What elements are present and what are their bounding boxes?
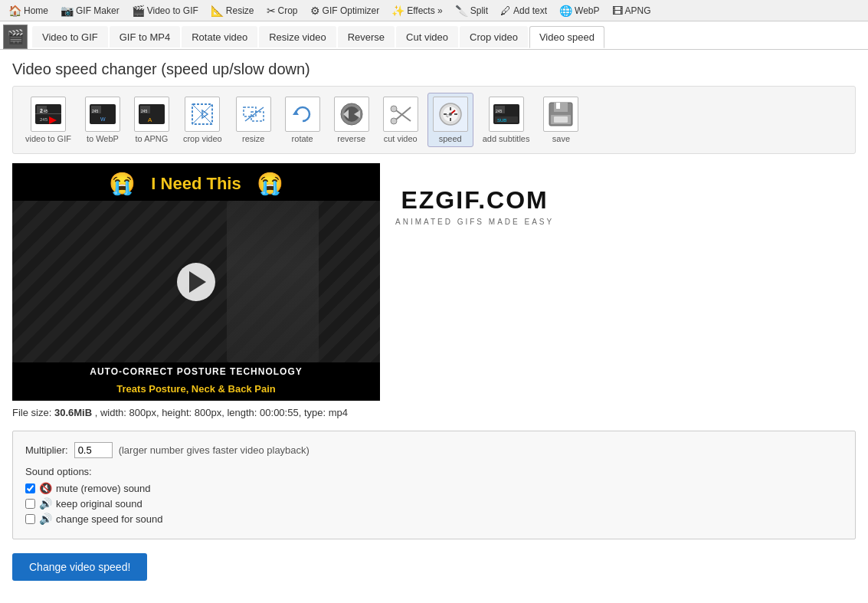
multiplier-hint: (larger number gives faster video playba… [119,444,310,456]
svg-marker-22 [293,110,299,115]
clapperboard-icon: 🎬 [3,25,28,49]
tool-label-reverse: reverse [337,134,365,143]
tool-rotate[interactable]: rotate [280,93,325,146]
tab-crop-video[interactable]: Crop video [460,26,528,48]
video-preview: 😭 I Need This 😭 AUTO-CORRECT POSTUR [12,163,380,401]
emoji-left: 😭 [109,171,136,196]
resize-icon: 📐 [211,5,224,17]
tool-icons-row: 245245 video to GIF 245W to WebP 245A to… [12,86,856,154]
svg-text:2: 2 [40,108,43,113]
video-preview-container: 😭 I Need This 😭 AUTO-CORRECT POSTUR [12,163,380,401]
svg-line-29 [396,107,411,120]
nav-gif-maker[interactable]: 📷 GIF Maker [55,3,125,18]
tool-label-cut-video: cut video [384,134,418,143]
multiplier-row: Multiplier: (larger number gives faster … [25,442,843,458]
tool-label-speed: speed [439,134,462,143]
keep-label[interactable]: keep original sound [56,498,142,510]
tool-label-resize: resize [242,134,264,143]
gif-optimizer-icon: ⚙ [310,5,320,17]
apng-icon: 🎞 [612,5,623,17]
submit-button[interactable]: Change video speed! [12,553,147,581]
tool-save[interactable]: save [539,93,583,146]
tool-label-save: save [552,134,570,143]
play-button[interactable] [177,263,215,301]
svg-text:W: W [100,116,106,122]
nav-apng[interactable]: 🎞 APNG [607,3,657,18]
sub-tabs-bar: 🎬 Video to GIF GIF to MP4 Rotate video R… [0,21,868,50]
keep-original-checkbox[interactable] [25,499,35,509]
tool-resize[interactable]: resize [231,93,276,146]
tool-label-to-webp: to WebP [87,134,119,143]
video-subtitle: Treats Posture, Neck & Back Pain [12,380,380,401]
multiplier-label: Multiplier: [25,444,68,456]
top-navigation: 🏠 Home 📷 GIF Maker 🎬 Video to GIF 📐 Resi… [0,0,868,21]
add-text-icon: 🖊 [500,5,511,17]
sound-option-keep: 🔊 keep original sound [25,497,843,510]
webp-icon: 🌐 [559,5,572,17]
effects-icon: ✨ [391,5,405,17]
multiplier-input[interactable] [74,442,113,458]
video-bottom-caption: AUTO-CORRECT POSTURE TECHNOLOGY [12,362,380,380]
page-title: Video speed changer (speed up/slow down) [0,50,868,86]
svg-line-21 [245,107,264,121]
nav-split[interactable]: 🔪 Split [450,3,493,18]
svg-text:45: 45 [44,109,48,113]
gif-maker-icon: 📷 [61,5,74,17]
logo-subtitle: ANIMATED GIFS MADE EASY [395,218,554,226]
tool-label-video-to-gif: video to GIF [25,134,71,143]
tool-label-crop-video: crop video [183,134,222,143]
tab-rotate-video[interactable]: Rotate video [182,26,257,48]
nav-home[interactable]: 🏠 Home [3,3,54,18]
tool-video-to-gif[interactable]: 245245 video to GIF [21,93,76,146]
tool-cut-video[interactable]: cut video [378,93,423,146]
tool-add-subtitles[interactable]: 245SUB add subtitles [478,93,535,146]
svg-text:A: A [148,116,152,123]
tab-reverse[interactable]: Reverse [338,26,395,48]
svg-line-30 [396,110,411,121]
svg-text:245: 245 [92,109,99,113]
nav-add-text[interactable]: 🖊 Add text [495,3,552,18]
nav-video-to-gif[interactable]: 🎬 Video to GIF [126,3,204,18]
change-speed-label[interactable]: change speed for sound [56,513,163,525]
emoji-right: 😭 [257,171,283,196]
svg-rect-49 [554,116,568,123]
tool-label-rotate: rotate [292,134,313,143]
file-size-value: 30.6MiB [54,407,92,418]
nav-resize[interactable]: 📐 Resize [205,3,260,18]
mute-checkbox[interactable] [25,483,35,493]
tab-video-to-gif[interactable]: Video to GIF [32,26,108,48]
tab-resize-video[interactable]: Resize video [259,26,336,48]
change-speed-icon: 🔊 [39,513,52,525]
options-panel: Multiplier: (larger number gives faster … [12,431,856,539]
crop-icon: ✂ [267,5,276,17]
home-icon: 🏠 [8,5,21,17]
file-info: File size: 30.6MiB , width: 800px, heigh… [0,401,868,426]
svg-text:245: 245 [496,109,503,113]
file-size-label: File size: [12,407,51,418]
tab-video-speed[interactable]: Video speed [529,26,604,48]
split-icon: 🔪 [455,5,468,17]
svg-rect-4 [35,113,61,114]
tab-cut-video[interactable]: Cut video [396,26,458,48]
nav-crop[interactable]: ✂ Crop [261,3,303,18]
svg-text:⏱: ⏱ [446,113,450,118]
main-content: 😭 I Need This 😭 AUTO-CORRECT POSTUR [0,163,868,401]
mute-label[interactable]: mute (remove) sound [56,483,151,494]
tool-speed[interactable]: ⏱ speed [427,93,473,147]
nav-effects[interactable]: ✨ Effects » [386,3,447,18]
tool-to-apng[interactable]: 245A to APNG [129,93,174,146]
sidebar-logo: EZGIF.COM ANIMATED GIFS MADE EASY [395,163,554,401]
logo-main: EZGIF.COM [401,186,548,215]
change-speed-checkbox[interactable] [25,514,35,524]
svg-text:245: 245 [40,117,48,122]
tool-reverse[interactable]: reverse [329,93,374,146]
nav-webp[interactable]: 🌐 WebP [554,3,604,18]
nav-gif-optimizer[interactable]: ⚙ GIF Optimizer [305,3,385,18]
tab-gif-to-mp4[interactable]: GIF to MP4 [110,26,180,48]
tool-crop-video[interactable]: crop video [179,93,227,146]
file-details: , width: 800px, height: 800px, length: 0… [95,407,348,418]
sound-option-change-speed: 🔊 change speed for sound [25,513,843,525]
tool-to-webp[interactable]: 245W to WebP [80,93,125,146]
sound-option-mute: 🔇 mute (remove) sound [25,482,843,494]
svg-text:SUB: SUB [497,118,506,123]
